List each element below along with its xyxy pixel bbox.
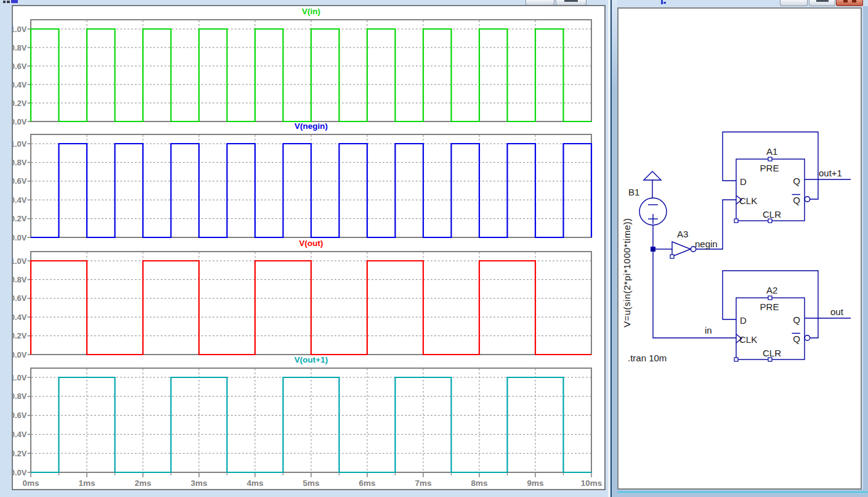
- y-tick-label: 0.6V: [13, 294, 27, 303]
- voltage-source-B1[interactable]: [639, 180, 667, 247]
- y-tick-label: 1.0V: [13, 139, 27, 149]
- pin-label-pre2: PRE: [760, 302, 779, 312]
- waveform-plots[interactable]: V(in)1.0V0.8V0.6V0.4V0.2V0.0VV(negin)1.0…: [13, 6, 604, 488]
- waveform-window-titlebar-fragment: [0, 0, 606, 5]
- net-label-in[interactable]: in: [705, 325, 712, 335]
- schematic-canvas[interactable]: B1 V=u(sin(2*pi*1000*time)) A3 negin A1 …: [617, 7, 862, 490]
- pane-title-V(in): V(in): [302, 7, 320, 16]
- frame-right-edge: [863, 6, 868, 497]
- pin-label-q: Q: [793, 176, 800, 186]
- trace-V(out)[interactable]: [31, 261, 591, 355]
- pin-label-q2: Q: [793, 314, 800, 325]
- label-B1-value[interactable]: V=u(sin(2*pi*1000*time)): [622, 218, 632, 328]
- x-tick-label: 1ms: [78, 479, 95, 488]
- x-tick-label: 10ms: [581, 479, 602, 488]
- waveform-plot-client[interactable]: V(in)1.0V0.8V0.6V0.4V0.2V0.0VV(negin)1.0…: [12, 5, 606, 490]
- schematic-maximize-button[interactable]: [809, 0, 835, 6]
- pane-title-V(negin): V(negin): [294, 121, 328, 131]
- pin-label-clr: CLR: [763, 209, 781, 220]
- y-tick-label: 0.2V: [13, 214, 27, 223]
- schematic-window-icon: [661, 0, 663, 4]
- net-label-out[interactable]: out: [830, 306, 844, 317]
- label-A1[interactable]: A1: [766, 146, 777, 157]
- pane-title-V(out+1): V(out+1): [294, 355, 328, 364]
- y-tick-label: 0.4V: [13, 80, 27, 89]
- pin-label-qbar2: Q: [793, 334, 800, 344]
- x-tick-label: 4ms: [246, 479, 263, 488]
- y-tick-label: 0.2V: [13, 331, 27, 340]
- y-tick-label: 0.6V: [13, 411, 27, 420]
- waveform-window-icon: [7, 1, 10, 3]
- wire-junction-dot: [651, 247, 655, 252]
- close-icon: [843, 0, 848, 2]
- pane-title-V(out): V(out): [299, 239, 323, 248]
- maximize-icon: [816, 0, 829, 2]
- maximize-icon: [564, 0, 578, 2]
- y-tick-label: 0.0V: [13, 468, 27, 477]
- y-tick-label: 0.4V: [13, 313, 27, 322]
- ground-symbol[interactable]: [644, 171, 661, 180]
- trace-V(in)[interactable]: [31, 29, 591, 121]
- x-tick-label: 8ms: [471, 479, 487, 488]
- net-label-out+1[interactable]: out+1: [819, 168, 842, 178]
- y-tick-label: 0.8V: [13, 43, 27, 52]
- frame-glass: [612, 0, 617, 497]
- pin-label-clr2: CLR: [763, 348, 781, 358]
- y-tick-label: 0.4V: [13, 195, 27, 205]
- y-tick-label: 0.4V: [13, 430, 27, 439]
- schematic-window-icon: [663, 2, 666, 4]
- trace-V(negin)[interactable]: [31, 144, 591, 237]
- y-tick-label: 0.6V: [13, 176, 27, 186]
- schematic-minimize-button[interactable]: [780, 0, 808, 6]
- frame-bottom: [612, 490, 868, 497]
- schematic-close-button[interactable]: [836, 0, 863, 6]
- y-tick-label: 0.8V: [13, 392, 27, 401]
- y-tick-label: 1.0V: [13, 373, 27, 382]
- window-frame-gap: [606, 0, 618, 497]
- y-tick-label: 1.0V: [13, 25, 27, 34]
- x-tick-label: 0ms: [22, 479, 39, 488]
- net-label-negin[interactable]: negin: [695, 239, 718, 249]
- x-tick-label: 3ms: [190, 479, 207, 488]
- wire-in: [653, 252, 736, 338]
- y-tick-label: 0.6V: [13, 62, 27, 71]
- x-tick-label: 5ms: [302, 479, 319, 488]
- x-tick-label: 9ms: [527, 479, 543, 488]
- x-tick-label: 2ms: [134, 479, 151, 488]
- label-A3[interactable]: A3: [677, 229, 688, 239]
- y-tick-label: 0.0V: [13, 350, 27, 359]
- y-tick-label: 0.8V: [13, 158, 27, 167]
- frame-bottom-glow: [617, 491, 868, 493]
- y-tick-label: 0.8V: [13, 275, 27, 284]
- y-tick-label: 0.2V: [13, 449, 27, 458]
- inverter-A3[interactable]: [670, 242, 696, 258]
- pin-label-pre: PRE: [760, 163, 779, 173]
- pin-label-clk2: CLK: [739, 334, 757, 345]
- pin-label-qbar: Q: [793, 195, 800, 205]
- label-B1[interactable]: B1: [628, 187, 639, 197]
- label-A2[interactable]: A2: [766, 285, 777, 295]
- y-tick-label: 0.2V: [13, 99, 27, 108]
- y-tick-label: 0.0V: [13, 117, 27, 126]
- schematic-drawing: B1 V=u(sin(2*pi*1000*time)) A3 negin A1 …: [619, 9, 860, 488]
- y-tick-label: 0.0V: [13, 233, 27, 242]
- waveform-window-icon: [11, 0, 18, 3]
- x-tick-label: 7ms: [415, 479, 431, 488]
- x-tick-label: 6ms: [359, 479, 375, 488]
- waveform-window-icon: [3, 1, 6, 3]
- close-icon: [852, 0, 856, 2]
- spice-directive[interactable]: .tran 10m: [628, 353, 667, 363]
- pin-label-d: D: [740, 176, 747, 187]
- pin-label-d2: D: [740, 315, 747, 326]
- pin-label-clk: CLK: [739, 195, 757, 206]
- y-tick-label: 1.0V: [13, 257, 27, 266]
